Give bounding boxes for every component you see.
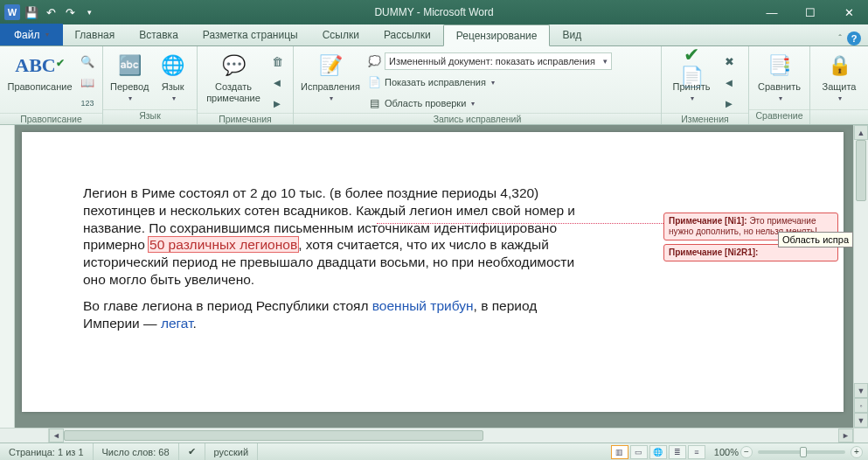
translate-icon: 🔤 [115,52,143,80]
research-icon[interactable]: 🔍 [78,52,97,71]
zoom-slider[interactable] [758,450,845,454]
accept-icon: ✔📄 [677,52,705,80]
translate-button[interactable]: 🔤 Перевод▾ [108,50,150,104]
scroll-up-icon[interactable]: ▲ [854,125,868,140]
group-tracking: Запись исправлений [294,113,661,124]
chevron-down-icon: ▾ [45,31,49,38]
view-web-icon[interactable]: 🌐 [649,445,667,459]
window-title: DUMMY - Microsoft Word [0,6,868,18]
delete-comment-icon[interactable]: 🗑 [267,52,287,71]
reject-icon[interactable]: ✖ [719,52,739,71]
zoom-level[interactable]: 100% [714,447,739,457]
browse-object-icon[interactable]: ◦ [854,398,868,413]
group-language: Язык [103,109,197,124]
comment-leader-line [377,223,674,224]
markup-icon: 📄 [367,75,381,89]
tab-home[interactable]: Главная [63,24,128,45]
zoom-in-button[interactable]: + [851,446,863,458]
tab-mailings[interactable]: Рассылки [372,24,443,45]
ribbon-minimize-icon[interactable]: ˆ [838,33,842,44]
view-outline-icon[interactable]: ≣ [669,445,686,459]
ribbon: ABC✔ Правописание 🔍 📖 123 Правописание 🔤… [0,46,868,125]
next-comment-icon[interactable]: ► [267,94,287,113]
scroll-right-icon[interactable]: ► [838,429,853,443]
hyperlink[interactable]: легат [161,316,193,331]
next-change-icon[interactable]: ► [719,94,739,113]
horizontal-scrollbar[interactable]: ◄ ► [0,428,853,443]
group-comments: Примечания [198,113,293,124]
balloon-icon[interactable]: 💭 [367,54,381,68]
tab-view[interactable]: Вид [550,24,594,45]
spelling-button[interactable]: ABC✔ Правописание [5,50,74,94]
lock-icon: 🔒 [825,52,853,80]
title-bar: W 💾 ↶ ↷ ▾ DUMMY - Microsoft Word ― ☐ ✕ [0,0,868,24]
group-compare: Сравнение [749,109,809,124]
thesaurus-icon[interactable]: 📖 [78,73,97,92]
prev-change-icon[interactable]: ◄ [719,73,739,92]
tab-layout[interactable]: Разметка страницы [191,24,310,45]
document-viewport[interactable]: Легион в Риме состоял от 2 до 10 тыс. (в… [15,125,853,428]
comment-label: Примечание [Ni2R1]: [669,247,758,257]
scroll-down-icon[interactable]: ▼ [854,383,868,398]
language-button[interactable]: 🌐 Язык▾ [154,50,191,104]
scroll-left-icon[interactable]: ◄ [49,429,64,443]
pane-icon: ▤ [367,96,381,110]
zoom-out-button[interactable]: − [740,446,753,458]
globe-icon: 🌐 [159,52,187,80]
scroll-thumb[interactable] [856,140,866,201]
text-run: Во главе легиона в период Республики сто… [83,298,372,313]
status-page[interactable]: Страница: 1 из 1 [0,443,94,460]
prev-comment-icon[interactable]: ◄ [267,73,287,92]
tab-file[interactable]: Файл▾ [0,24,63,45]
paragraph[interactable]: Во главе легиона в период Республики сто… [83,297,581,332]
status-language[interactable]: русский [205,443,258,460]
tab-insert[interactable]: Вставка [127,24,191,45]
text-run: . [193,316,197,331]
view-split-handle[interactable] [0,429,49,443]
wordcount-icon[interactable]: 123 [78,94,97,113]
compare-button[interactable]: 📑 Сравнить▾ [754,50,804,104]
track-changes-button[interactable]: 📝 Исправления▾ [299,50,362,104]
document-shell: Легион в Риме состоял от 2 до 10 тыс. (в… [0,125,853,428]
accept-button[interactable]: ✔📄 Принять▾ [667,50,716,104]
display-for-review-combo[interactable]: Измененный документ: показать исправлени… [385,52,612,70]
revisions-pane-tooltip: Область испра [778,232,853,247]
commented-range[interactable]: 50 различных легионов [149,237,298,252]
scroll-thumb[interactable] [64,430,483,441]
status-proof-icon[interactable]: ✔ [179,443,205,460]
next-page-icon[interactable]: ▼ [854,413,868,428]
new-comment-button[interactable]: 💬 Создать примечание [203,50,264,105]
spellcheck-icon: ABC✔ [26,52,54,80]
hyperlink[interactable]: военный трибун [372,298,474,313]
vertical-scrollbar[interactable]: ▲ ▼ ◦ ▼ [853,125,868,428]
show-markup-button[interactable]: 📄 Показать исправления▾ [365,73,614,92]
view-print-layout-icon[interactable]: ▥ [611,445,628,459]
status-wordcount[interactable]: Число слов: 68 [94,443,179,460]
group-proofing: Правописание [0,113,102,124]
reviewing-pane-button[interactable]: ▤ Область проверки▾ [365,94,614,113]
help-icon[interactable]: ? [847,31,861,45]
zoom-slider-thumb[interactable] [800,447,807,457]
status-bar: Страница: 1 из 1 Число слов: 68 ✔ русски… [0,443,868,460]
view-draft-icon[interactable]: ≡ [688,445,705,459]
comment-label: Примечание [Ni1]: [669,216,749,226]
group-protect [810,109,868,124]
vertical-ruler[interactable] [0,125,15,428]
compare-icon: 📑 [766,52,794,80]
track-changes-icon: 📝 [316,52,344,80]
ribbon-tabs: Файл▾ Главная Вставка Разметка страницы … [0,24,868,46]
view-fullscreen-icon[interactable]: ▭ [630,445,648,459]
scroll-corner [853,428,868,443]
tab-review[interactable]: Рецензирование [443,24,551,46]
protect-button[interactable]: 🔒 Защита▾ [816,50,863,104]
paragraph[interactable]: Легион в Риме состоял от 2 до 10 тыс. (в… [83,185,581,289]
tab-references[interactable]: Ссылки [310,24,372,45]
group-changes: Изменения [662,113,748,124]
page: Легион в Риме состоял от 2 до 10 тыс. (в… [22,132,844,412]
new-comment-icon: 💬 [219,52,247,80]
